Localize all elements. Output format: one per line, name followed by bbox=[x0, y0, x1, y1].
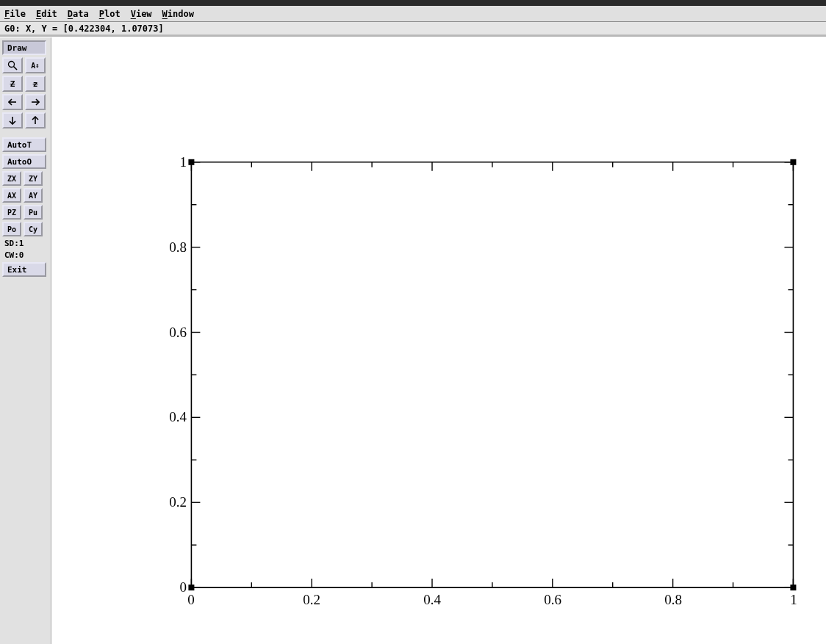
svg-line-1 bbox=[14, 67, 18, 70]
zoom-tool-button[interactable] bbox=[2, 57, 23, 73]
zx-button[interactable]: ZX bbox=[2, 171, 21, 186]
arrow-left-icon bbox=[8, 98, 17, 106]
cy-button[interactable]: Cy bbox=[24, 222, 43, 236]
pz-button[interactable]: PZ bbox=[2, 205, 21, 220]
ay-button[interactable]: AY bbox=[24, 188, 43, 203]
pan-down-button[interactable] bbox=[2, 112, 23, 129]
x-tick-label: 0.4 bbox=[423, 592, 441, 608]
autoscale-button[interactable]: A↕ bbox=[25, 57, 46, 73]
menu-data[interactable]: Data bbox=[68, 9, 89, 19]
menu-plot[interactable]: Plot bbox=[99, 9, 121, 19]
auto-o-button[interactable]: AutoO bbox=[2, 154, 46, 169]
zy-button[interactable]: ZY bbox=[24, 171, 43, 186]
tool-sidebar: Draw A↕ Z z bbox=[0, 37, 51, 644]
plot-area[interactable]: 00.20.40.60.8100.20.40.60.81 bbox=[51, 37, 826, 644]
search-icon bbox=[7, 60, 18, 70]
exit-button[interactable]: Exit bbox=[2, 262, 46, 277]
x-tick-label: 1 bbox=[790, 592, 797, 608]
ax-button[interactable]: AX bbox=[2, 188, 21, 203]
sd-label: SD:1 bbox=[2, 239, 24, 248]
y-tick-label: 1 bbox=[165, 154, 187, 170]
menu-edit[interactable]: Edit bbox=[36, 9, 57, 19]
y-tick-label: 0.2 bbox=[165, 494, 187, 510]
menubar: File Edit Data Plot View Window bbox=[0, 6, 826, 22]
status-coords: G0: X, Y = [0.422304, 1.07073] bbox=[4, 23, 164, 34]
titlebar bbox=[0, 0, 826, 6]
draw-button[interactable]: Draw bbox=[2, 40, 46, 55]
menu-view[interactable]: View bbox=[131, 9, 152, 19]
chart-canvas: 00.20.40.60.8100.20.40.60.81 bbox=[51, 37, 826, 644]
po-button[interactable]: Po bbox=[2, 222, 21, 236]
x-tick-label: 0.6 bbox=[544, 592, 561, 608]
y-tick-label: 0.4 bbox=[165, 409, 187, 425]
x-tick-label: 0.2 bbox=[303, 592, 320, 608]
y-tick-label: 0 bbox=[165, 579, 187, 596]
status-bar: G0: X, Y = [0.422304, 1.07073] bbox=[0, 22, 826, 37]
zoom-out-full-button[interactable]: Z bbox=[2, 76, 23, 92]
menu-window[interactable]: Window bbox=[162, 9, 194, 19]
arrow-right-icon bbox=[31, 98, 40, 106]
menu-file[interactable]: File bbox=[4, 9, 26, 19]
x-tick-label: 0.8 bbox=[664, 592, 682, 608]
cw-label: CW:0 bbox=[2, 250, 24, 260]
y-tick-label: 0.8 bbox=[165, 239, 187, 256]
zoom-in-button[interactable]: z bbox=[25, 76, 46, 92]
arrow-down-icon bbox=[9, 116, 16, 125]
x-tick-label: 0 bbox=[187, 592, 195, 608]
pu-button[interactable]: Pu bbox=[24, 205, 43, 220]
svg-point-0 bbox=[9, 62, 15, 68]
auto-t-button[interactable]: AutoT bbox=[2, 137, 46, 152]
pan-left-button[interactable] bbox=[2, 94, 23, 110]
y-tick-label: 0.6 bbox=[165, 325, 187, 341]
pan-right-button[interactable] bbox=[25, 94, 46, 110]
arrow-up-icon bbox=[32, 116, 39, 125]
pan-up-button[interactable] bbox=[25, 112, 46, 129]
